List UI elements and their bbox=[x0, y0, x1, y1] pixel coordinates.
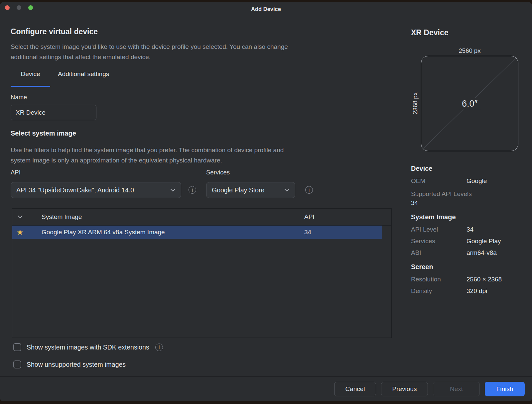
density-row: Density 320 dpi bbox=[411, 287, 526, 295]
star-cell[interactable]: ★ bbox=[12, 229, 42, 236]
finish-button[interactable]: Finish bbox=[485, 382, 525, 396]
services-dropdown-value: Google Play Store bbox=[212, 186, 264, 194]
screen-diagram: 6.0″ bbox=[421, 56, 518, 151]
previous-button[interactable]: Previous bbox=[381, 382, 428, 396]
services-dropdown[interactable]: Google Play Store bbox=[206, 182, 295, 198]
system-image-row-selected[interactable]: ★ Google Play XR ARM 64 v8a System Image… bbox=[12, 226, 382, 239]
device-preview-title: XR Device bbox=[411, 28, 449, 37]
services-filter-label: Services bbox=[206, 169, 230, 176]
screen-diagonal-size: 6.0″ bbox=[459, 98, 481, 109]
supported-api-value: 34 bbox=[411, 199, 526, 207]
vertical-divider bbox=[406, 25, 406, 376]
chevron-down-icon bbox=[284, 189, 290, 192]
device-details-panel: Device OEM Google Supported API Levels 3… bbox=[411, 164, 526, 298]
resolution-row: Resolution 2560 × 2368 bbox=[411, 275, 526, 284]
system-image-description: Use the filters to help find the system … bbox=[11, 145, 284, 165]
sdk-extensions-checkbox-row: Show system images with SDK extensions i bbox=[13, 343, 163, 351]
unsupported-images-checkbox[interactable] bbox=[13, 360, 21, 368]
page-description: Select the system image you'd like to us… bbox=[11, 42, 288, 62]
chevron-down-icon bbox=[18, 215, 23, 218]
api-level-row: API Level 34 bbox=[411, 225, 526, 234]
select-system-image-heading: Select system image bbox=[11, 130, 76, 137]
cancel-button[interactable]: Cancel bbox=[334, 382, 376, 396]
next-button: Next bbox=[433, 382, 480, 396]
table-header: System Image API bbox=[12, 209, 391, 226]
collapse-group-button[interactable] bbox=[12, 215, 42, 218]
screen-height-label: 2368 px bbox=[412, 83, 420, 123]
unsupported-images-checkbox-row: Show unsupported system images bbox=[13, 360, 126, 368]
device-section-heading: Device bbox=[411, 164, 526, 173]
chevron-down-icon bbox=[170, 189, 176, 192]
system-image-section-heading: System Image bbox=[411, 213, 526, 221]
tab-additional-settings[interactable]: Additional settings bbox=[58, 70, 109, 87]
tab-device[interactable]: Device bbox=[11, 70, 50, 87]
system-image-table: System Image API ★ Google Play XR ARM 64… bbox=[12, 208, 392, 338]
services-info-icon[interactable]: i bbox=[305, 186, 313, 194]
supported-api-label: Supported API Levels bbox=[411, 190, 526, 198]
system-image-name: Google Play XR ARM 64 v8a System Image bbox=[42, 229, 304, 236]
oem-row: OEM Google bbox=[411, 177, 526, 185]
tab-bar: Device Additional settings bbox=[11, 70, 109, 87]
window-title: Add Device bbox=[0, 6, 532, 12]
favorite-star-icon: ★ bbox=[17, 229, 24, 236]
sdk-extensions-label: Show system images with SDK extensions bbox=[27, 344, 149, 351]
api-dropdown[interactable]: API 34 "UpsideDownCake"; Android 14.0 bbox=[11, 182, 181, 198]
api-dropdown-value: API 34 "UpsideDownCake"; Android 14.0 bbox=[16, 186, 134, 194]
column-header-system-image[interactable]: System Image bbox=[42, 213, 304, 221]
api-filter-label: API bbox=[11, 169, 21, 176]
column-header-api[interactable]: API bbox=[304, 213, 391, 221]
screen-section-heading: Screen bbox=[411, 262, 526, 271]
screen-width-label: 2560 px bbox=[421, 47, 518, 54]
name-label: Name bbox=[11, 94, 27, 101]
unsupported-images-label: Show unsupported system images bbox=[27, 361, 126, 368]
page-title: Configure virtual device bbox=[11, 27, 98, 36]
services-row: Services Google Play bbox=[411, 237, 526, 246]
system-image-api: 34 bbox=[304, 229, 382, 236]
abi-row: ABI arm64-v8a bbox=[411, 249, 526, 257]
active-tab-indicator bbox=[11, 86, 50, 87]
api-info-icon[interactable]: i bbox=[189, 186, 196, 194]
dialog-footer: Cancel Previous Next Finish bbox=[0, 376, 532, 401]
title-bar: Add Device bbox=[0, 2, 532, 17]
add-device-dialog: Add Device Configure virtual device Sele… bbox=[0, 2, 532, 401]
sdk-extensions-info-icon[interactable]: i bbox=[155, 344, 163, 351]
device-name-input[interactable] bbox=[11, 105, 96, 120]
sdk-extensions-checkbox[interactable] bbox=[13, 343, 21, 351]
